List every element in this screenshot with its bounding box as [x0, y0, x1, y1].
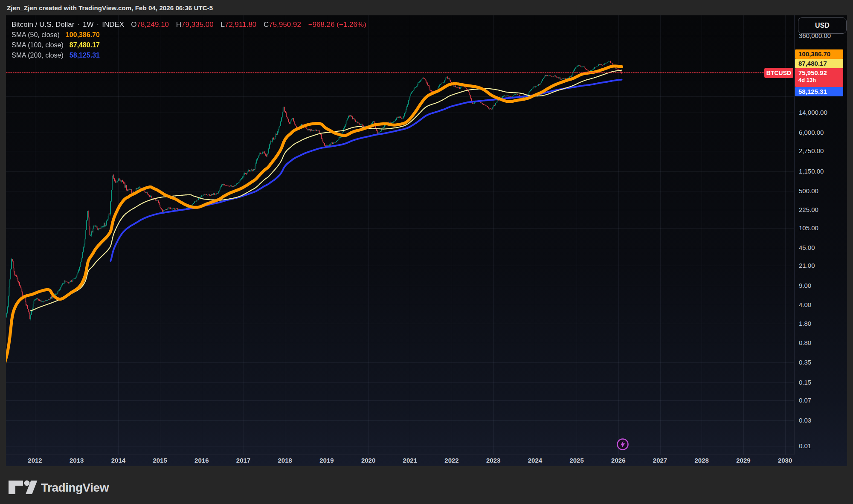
tradingview-logo-mark	[9, 481, 38, 495]
year-tick: 2026	[603, 455, 633, 466]
price-tick: 45.00	[795, 244, 851, 252]
price-label-value: 58,125.31	[798, 87, 843, 96]
year-tick: 2018	[270, 455, 300, 466]
indicator-value: 100,386.70	[66, 31, 100, 39]
year-tick: 2030	[770, 455, 800, 466]
year-tick: 2027	[645, 455, 675, 466]
year-tick: 2019	[312, 455, 342, 466]
price-tick: 0.35	[795, 359, 851, 366]
year-tick: 2023	[479, 455, 508, 466]
ohlc-values: O78,249.10 H79,335.00 L72,911.80 C75,950…	[131, 20, 366, 29]
attribution-text: Zjen_Zjen created with TradingView.com, …	[7, 0, 213, 16]
price-label-value: 100,386.70	[798, 49, 843, 59]
separator: ·	[77, 20, 80, 29]
price-label-sma100: 87,480.17	[795, 59, 843, 68]
year-tick: 2012	[20, 455, 50, 466]
year-tick: 2015	[145, 455, 175, 466]
year-tick: 2024	[520, 455, 550, 466]
low-label: L	[221, 20, 224, 29]
high-value: 79,335.00	[181, 20, 214, 29]
indicator-row: SMA (200, close)58,125.31	[12, 50, 366, 61]
low-value: 72,911.80	[225, 20, 256, 29]
indicator-label: SMA (200, close)	[12, 52, 64, 59]
tradingview-logo[interactable]: TradingView	[8, 478, 144, 499]
price-tick: 0.80	[795, 339, 851, 347]
price-tick: 2,750.00	[795, 147, 851, 155]
chart-legend: Bitcoin / U.S. Dollar · 1W · INDEX O78,2…	[12, 20, 366, 61]
symbol-name: Bitcoin / U.S. Dollar	[12, 20, 74, 29]
price-tick: 1,150.00	[795, 168, 851, 175]
indicator-label: SMA (100, close)	[12, 41, 64, 49]
price-tick: 0.03	[795, 417, 851, 424]
year-tick: 2022	[437, 455, 467, 466]
price-tick: 225.00	[795, 206, 851, 214]
chart-panel: Bitcoin / U.S. Dollar · 1W · INDEX O78,2…	[6, 15, 847, 466]
separator: ·	[97, 20, 99, 29]
price-tick: 105.00	[795, 224, 851, 232]
price-tick: 0.15	[795, 379, 851, 386]
price-chart-canvas[interactable]	[6, 15, 794, 455]
year-tick: 2017	[229, 455, 258, 466]
high-label: H	[176, 20, 181, 29]
price-tick: 500.00	[795, 187, 851, 195]
source-label: INDEX	[102, 20, 124, 29]
indicator-legend: SMA (50, close)100,386.70SMA (100, close…	[12, 30, 366, 61]
open-value: 78,249.10	[136, 20, 169, 29]
year-tick: 2014	[103, 455, 133, 466]
lightning-icon	[616, 438, 629, 451]
year-tick: 2013	[62, 455, 92, 466]
price-axis[interactable]: USD 360,000.0014,000.006,000.002,750.001…	[795, 15, 847, 455]
price-tick: 21.00	[795, 262, 851, 269]
price-label-sma50: 100,386.70	[795, 49, 843, 59]
price-tick: 1.80	[795, 320, 851, 327]
year-tick: 2029	[728, 455, 758, 466]
open-label: O	[131, 20, 136, 29]
legend-title-row: Bitcoin / U.S. Dollar · 1W · INDEX O78,2…	[12, 20, 366, 30]
indicator-row: SMA (100, close)87,480.17	[12, 40, 366, 50]
year-tick: 2028	[687, 455, 717, 466]
year-tick: 2021	[395, 455, 425, 466]
price-label-sma200: 58,125.31	[795, 87, 843, 96]
plot-area[interactable]: Bitcoin / U.S. Dollar · 1W · INDEX O78,2…	[6, 15, 795, 455]
tradingview-snapshot: Zjen_Zjen created with TradingView.com, …	[0, 0, 853, 504]
bar-countdown: 4d 13h	[798, 77, 843, 84]
year-tick: 2020	[354, 455, 383, 466]
close-label: C	[264, 20, 269, 29]
year-tick: 2016	[187, 455, 217, 466]
price-label-value: 87,480.17	[798, 59, 843, 68]
symbol-price-tag: BTCUSD	[764, 68, 793, 78]
price-tick: 0.01	[795, 442, 851, 450]
price-tick: 14,000.00	[795, 109, 851, 116]
indicator-row: SMA (50, close)100,386.70	[12, 30, 366, 40]
indicator-value: 58,125.31	[70, 52, 100, 59]
price-tick: 9.00	[795, 282, 851, 290]
price-tick: 0.07	[795, 397, 851, 404]
year-tick: 2025	[562, 455, 592, 466]
currency-button[interactable]: USD	[798, 17, 847, 34]
time-axis[interactable]: 2012201320142015201620172018201920202021…	[6, 455, 794, 466]
indicator-value: 87,480.17	[70, 41, 100, 49]
price-tick: 4.00	[795, 301, 851, 309]
lightning-button[interactable]	[616, 438, 629, 451]
change-value: −968.26 (−1.26%)	[308, 20, 366, 29]
tradingview-logo-text: TradingView	[41, 481, 109, 494]
interval-label: 1W	[83, 20, 94, 29]
price-tick: 360,000.00	[795, 32, 851, 40]
price-tick: 6,000.00	[795, 129, 851, 136]
close-value: 75,950.92	[269, 20, 301, 29]
price-label-value: 75,950.92	[798, 68, 843, 78]
indicator-label: SMA (50, close)	[12, 31, 60, 39]
price-label-last: 75,950.924d 13h	[795, 68, 843, 87]
